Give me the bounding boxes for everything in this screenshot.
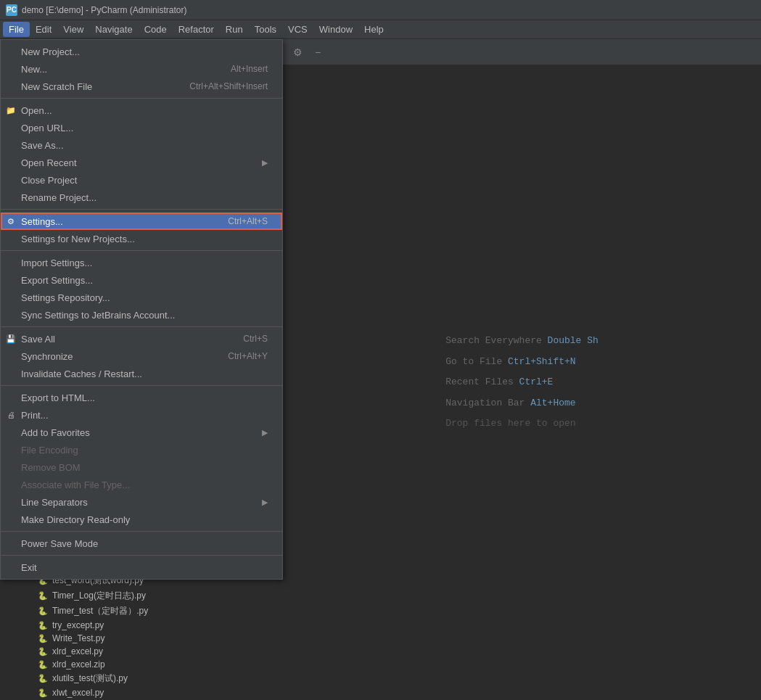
menu-separator (1, 326, 282, 327)
menu-separator (1, 209, 282, 210)
menu-item-label: Settings Repository... (21, 292, 110, 303)
file-tree-item[interactable]: 🐍xlutils_test(测试).py (0, 671, 283, 686)
menu-item-rename-project[interactable]: Rename Project... (1, 189, 282, 206)
menu-separator (1, 385, 282, 386)
file-name: xlutils_test(测试).py (52, 672, 128, 685)
menu-item-power-save-mode[interactable]: Power Save Mode (1, 535, 282, 552)
hint-key: Ctrl+Shift+N (508, 356, 576, 367)
gear-icon: ⚙ (5, 215, 17, 227)
print-icon: 🖨 (5, 409, 17, 421)
menu-bar-item-help[interactable]: Help (358, 22, 390, 37)
main-area: New Project...New...Alt+InsertNew Scratc… (0, 39, 761, 700)
file-icon: 🐍 (38, 620, 48, 630)
menu-item-label: Settings for New Projects... (21, 234, 135, 244)
menu-item-label: Sync Settings to JetBrains Account... (21, 310, 175, 321)
file-menu: New Project...New...Alt+InsertNew Scratc… (0, 39, 283, 580)
welcome-hint-line: Recent Files Ctrl+E (445, 372, 598, 393)
menu-bar-item-file[interactable]: File (3, 22, 30, 37)
menu-item-make-dir-readonly[interactable]: Make Directory Read-only (1, 511, 282, 528)
menu-bar-item-edit[interactable]: Edit (30, 22, 57, 37)
hint-key: Double Sh (548, 335, 598, 346)
file-tree-item[interactable]: 🐍Timer_Log(定时日志).py (0, 588, 283, 604)
file-icon: 🐍 (38, 633, 48, 643)
file-tree-item[interactable]: 🐍Timer_test（定时器）.py (0, 604, 283, 619)
menu-item-label: Synchronize (21, 351, 73, 362)
hint-label: Recent Files (445, 376, 519, 387)
menu-item-settings[interactable]: ⚙Settings...Ctrl+Alt+S (1, 213, 282, 230)
file-name: xlwt_excel.py (52, 688, 104, 698)
menu-item-label: Open... (21, 105, 52, 116)
menu-separator (1, 250, 282, 251)
menu-bar-item-vcs[interactable]: VCS (282, 22, 313, 37)
menu-item-label: Import Settings... (21, 258, 92, 268)
menu-item-file-encoding: File Encoding (1, 441, 282, 458)
menu-item-sync-settings[interactable]: Sync Settings to JetBrains Account... (1, 306, 282, 324)
menu-item-export-html[interactable]: Export to HTML... (1, 389, 282, 406)
menu-item-label: Rename Project... (21, 192, 96, 203)
app-icon: PC (6, 4, 17, 16)
menu-item-synchronize[interactable]: SynchronizeCtrl+Alt+Y (1, 347, 282, 365)
minimize-button[interactable]: − (309, 44, 326, 61)
menu-item-close-project[interactable]: Close Project (1, 171, 282, 189)
file-tree-item[interactable]: 🐍xlrd_excel.zip (0, 658, 283, 671)
menu-bar-item-run[interactable]: Run (220, 22, 249, 37)
menu-item-invalidate-caches[interactable]: Invalidate Caches / Restart... (1, 365, 282, 382)
menu-item-label: New... (21, 64, 47, 75)
menu-item-exit[interactable]: Exit (1, 559, 282, 576)
menu-item-export-settings[interactable]: Export Settings... (1, 271, 282, 289)
hint-drop-files: Drop files here to open (445, 413, 598, 435)
menu-bar-item-window[interactable]: Window (313, 22, 358, 37)
file-tree-item[interactable]: 🐍xlwt_excel.py (0, 686, 283, 699)
menu-item-label: Export to HTML... (21, 392, 95, 403)
menu-item-label: Remove BOM (21, 462, 81, 473)
file-tree-item[interactable]: 🐍try_except.py (0, 619, 283, 632)
menu-item-label: Print... (21, 410, 49, 421)
menu-item-settings-repository[interactable]: Settings Repository... (1, 289, 282, 306)
menu-bar-item-code[interactable]: Code (139, 22, 173, 37)
menu-separator (1, 555, 282, 556)
menu-item-label: Close Project (21, 175, 77, 186)
folder-icon: 📁 (5, 104, 17, 116)
menu-item-open[interactable]: 📁Open... (1, 102, 282, 119)
welcome-hint-line: Go to File Ctrl+Shift+N (445, 352, 598, 373)
menu-item-line-separators[interactable]: Line Separators▶ (1, 493, 282, 511)
menu-item-label: Save As... (21, 140, 64, 151)
file-tree-item[interactable]: 🐍Write_Test.py (0, 632, 283, 645)
file-icon: 🐍 (38, 659, 48, 670)
hint-label: Navigation Bar (445, 398, 530, 408)
menu-item-import-settings[interactable]: Import Settings... (1, 254, 282, 271)
editor-content: Search Everywhere Double ShGo to File Ct… (283, 65, 761, 700)
file-name: Write_Test.py (52, 633, 104, 643)
gear-button[interactable]: ⚙ (289, 44, 306, 61)
menu-item-new[interactable]: New...Alt+Insert (1, 60, 282, 78)
menu-item-open-recent[interactable]: Open Recent▶ (1, 154, 282, 171)
menu-bar-item-tools[interactable]: Tools (249, 22, 282, 37)
menu-item-print[interactable]: 🖨Print... (1, 406, 282, 424)
menu-item-new-project[interactable]: New Project... (1, 43, 282, 60)
menu-item-settings-new-projects[interactable]: Settings for New Projects... (1, 230, 282, 247)
menu-bar-item-view[interactable]: View (57, 22, 89, 37)
menu-item-shortcut: Ctrl+Alt+Shift+Insert (189, 81, 268, 91)
editor-toolbar: ⚙ − (283, 39, 761, 65)
menu-item-save-all[interactable]: 💾Save AllCtrl+S (1, 330, 282, 347)
menu-separator (1, 98, 282, 99)
file-name: xlrd_excel.zip (52, 659, 105, 670)
menu-item-label: Settings... (21, 216, 63, 227)
file-tree-item[interactable]: 🐍xlrd_excel.py (0, 645, 283, 658)
menu-item-new-scratch-file[interactable]: New Scratch FileCtrl+Alt+Shift+Insert (1, 78, 282, 95)
menu-item-shortcut: Ctrl+S (243, 334, 268, 344)
menu-item-remove-bom: Remove BOM (1, 458, 282, 476)
menu-bar-item-navigate[interactable]: Navigate (89, 22, 138, 37)
file-icon: 🐍 (38, 646, 48, 656)
file-name: Timer_test（定时器）.py (52, 605, 148, 617)
menu-item-label: Add to Favorites (21, 427, 90, 438)
menu-item-add-favorites[interactable]: Add to Favorites▶ (1, 424, 282, 441)
menu-item-open-url[interactable]: Open URL... (1, 119, 282, 136)
menu-separator (1, 531, 282, 532)
menu-item-save-as[interactable]: Save As... (1, 136, 282, 154)
menu-bar: FileEditViewNavigateCodeRefactorRunTools… (0, 20, 761, 39)
file-name: xlrd_excel.py (52, 646, 103, 656)
menu-bar-item-refactor[interactable]: Refactor (173, 22, 220, 37)
file-icon: 🐍 (38, 674, 48, 684)
submenu-arrow-icon: ▶ (262, 498, 268, 507)
